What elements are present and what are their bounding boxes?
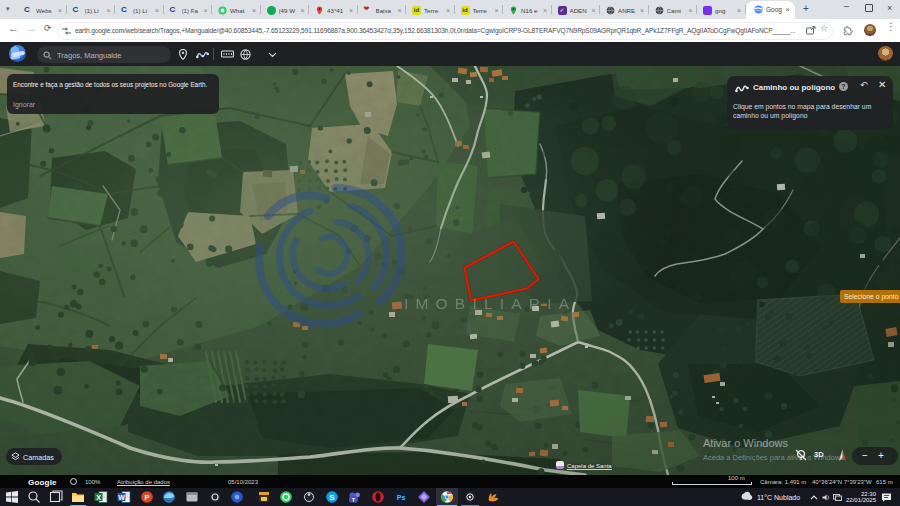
- svg-text:S: S: [329, 493, 335, 502]
- svg-text:P: P: [144, 493, 149, 502]
- svg-text:Ps: Ps: [397, 494, 406, 501]
- svg-text:W: W: [118, 494, 125, 501]
- svg-text:X: X: [96, 494, 101, 501]
- svg-text:IMOBILIARIA: IMOBILIARIA: [404, 295, 576, 312]
